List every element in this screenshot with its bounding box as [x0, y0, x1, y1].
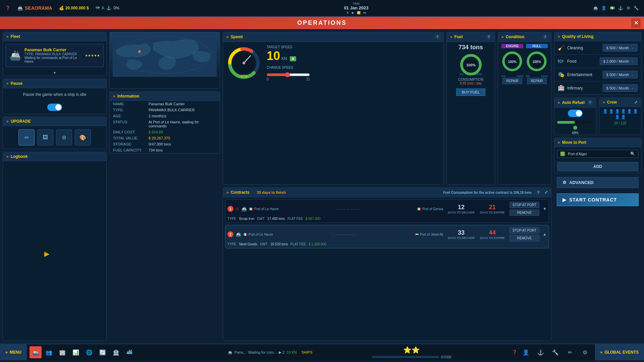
contract-1-stop-at-port[interactable]: STOP AT PORT	[509, 202, 539, 208]
contracts-help-icon[interactable]: ?	[536, 190, 541, 195]
bottom-question-icon[interactable]: ❓	[512, 350, 517, 355]
speed-2[interactable]: ▶	[352, 11, 354, 14]
nav-icon-settings2[interactable]: 🔧	[634, 6, 639, 10]
contract-1-details: TYPE Scrap Iron DWT 17.460 tons FLAT FEE…	[227, 217, 547, 221]
contract-2-remove[interactable]: REMOVE	[509, 235, 539, 241]
nav-icon-person[interactable]: 👤	[601, 6, 606, 10]
nav-pct: 0%	[113, 6, 119, 10]
contract-2-ship-icon: 🚢	[235, 232, 241, 237]
nav-icon-anchor[interactable]: ⚓	[618, 6, 623, 10]
fleet-expand-button[interactable]: ▾	[3, 70, 106, 76]
condition-help-icon[interactable]: ?	[542, 34, 548, 40]
bottom-icon-people[interactable]: 👥	[43, 346, 55, 358]
bottom-icon-ship[interactable]: 🚢	[30, 346, 42, 358]
bottom-icon-trade[interactable]: 🔄	[97, 346, 109, 358]
nav-icon-ship-count[interactable]: ⚓	[106, 6, 111, 10]
port-search-input[interactable]	[568, 152, 629, 156]
logbook-chevron-icon: »	[6, 154, 9, 159]
upgrade-settings-button[interactable]: ⚙	[56, 129, 72, 145]
nav-icon-flag[interactable]: A	[102, 6, 105, 10]
bottom-icon-city[interactable]: 🏙	[123, 346, 136, 358]
upgrade-image-button[interactable]: 🖼	[37, 129, 53, 145]
buy-fuel-button[interactable]: BUY FUEL	[456, 88, 486, 96]
info-name-row: NAME: Panamax Bulk Carrier	[110, 101, 220, 107]
speed-slider[interactable]	[267, 72, 310, 77]
ship-list-item[interactable]: 🚢 Panamax Bulk Carrier TYPE: PANAMAX BUL…	[6, 44, 104, 67]
ship-stars: ★★★★★	[85, 54, 100, 57]
advanced-button[interactable]: ⚙ ADVANCED	[557, 177, 639, 188]
contract-1-route: 🇮🇹 Port of Le Havre - - - - - → - - - - …	[249, 207, 443, 211]
bottom-right-person[interactable]: 👤	[520, 346, 532, 358]
pause-header: » Pause	[3, 79, 106, 88]
nav-icon-route[interactable]: 🗺	[96, 6, 100, 10]
contract-2-fee: $ 1.188.000	[309, 242, 326, 246]
speed-3[interactable]: ⏩	[357, 11, 361, 14]
contract-1-remove[interactable]: REMOVE	[509, 209, 539, 216]
auto-refuel-percent: 49%	[554, 131, 596, 135]
food-value-button[interactable]: $ 2.000 / Month ⌄	[600, 57, 638, 65]
bottom-right-tools[interactable]: 🔧	[549, 346, 561, 358]
auto-refuel-toggle[interactable]	[568, 110, 583, 117]
upgrade-paint-button[interactable]: 🎨	[75, 129, 91, 145]
speed-help-icon[interactable]: ?	[435, 34, 440, 40]
ships-label[interactable]: SHIPS	[302, 350, 313, 354]
nav-icon-money2[interactable]: 💵	[610, 6, 615, 10]
menu-button[interactable]: » MENU	[0, 344, 27, 360]
add-port-button[interactable]: ADD	[557, 162, 638, 171]
cleaning-chevron-icon: ⌄	[631, 46, 634, 50]
entertainment-value-button[interactable]: $ 500 / Month ⌄	[603, 71, 638, 78]
auto-refuel-help-icon[interactable]: ?	[587, 100, 593, 105]
contract-1-from: Port of Le Havre	[254, 207, 279, 211]
center-column: » Information NAME: Panamax Bulk Carrier…	[109, 32, 220, 341]
svg-text:100%: 100%	[532, 60, 541, 64]
bottom-icon-bank[interactable]: 🏦	[110, 346, 122, 358]
nav-time: TIME 01 Jan 2023 ⏸ ▶ ⏩ ⏭	[126, 2, 586, 14]
ships-speed: 10 KN	[286, 350, 297, 354]
crew-person-1: 👤	[603, 109, 608, 114]
contract-1-warning-icon: ⚠	[235, 206, 239, 211]
bottom-icon-globe[interactable]: 🌐	[83, 346, 95, 358]
global-events-button[interactable]: » GLOBAL EVENTS	[595, 344, 644, 360]
fleet-header: » Fleet	[3, 32, 106, 41]
info-status-row: STATUS: At Port of Le Havre, waiting for…	[110, 119, 220, 129]
fuel-tons-label: 734 tons	[447, 42, 495, 53]
fuel-help-icon[interactable]: ?	[486, 34, 491, 40]
ships-name: Pana...	[234, 350, 246, 354]
infirmary-value-button[interactable]: $ 500 / Month ⌄	[603, 84, 638, 92]
port-search-icon[interactable]: 🔍	[630, 152, 635, 156]
start-contract-button[interactable]: ▶ START CONTRACT	[557, 193, 639, 206]
speed-1[interactable]: ⏸	[346, 11, 349, 14]
engine-repair-button[interactable]: REPAIR	[502, 78, 522, 84]
close-button[interactable]: ✕	[631, 18, 641, 28]
contract-2-expand[interactable]: ▲	[543, 232, 547, 237]
crew-chevron-icon: »	[603, 100, 605, 105]
upgrade-edit-button[interactable]: ✏	[18, 129, 35, 145]
ships-indicator: 🚢 Pana... Waiting for com... ▶ 2 10 KN S…	[225, 350, 315, 355]
bottom-center: ⭐⭐ 0/1000	[315, 346, 508, 359]
speed-unit-label: KN	[281, 56, 287, 61]
crew-count-label: 20 / 128	[599, 121, 641, 126]
food-icon: 🍽	[558, 58, 565, 64]
nav-icon-gear[interactable]: ⚙	[627, 6, 630, 10]
crew-external-link-icon[interactable]: ⤢	[634, 100, 638, 105]
contract-2-flag-from: 🇮🇹	[243, 233, 247, 236]
cleaning-value-button[interactable]: $ 500 / Month ⌄	[603, 44, 638, 52]
auto-refuel-toggle-container	[554, 108, 596, 119]
help-icon-nav[interactable]: ❓	[5, 6, 10, 10]
bottom-right-pencil[interactable]: ✏	[564, 346, 576, 358]
bottom-right-gear[interactable]: ⚙	[579, 346, 591, 358]
contract-1-expand[interactable]: ▼	[543, 206, 547, 211]
left-column: » Fleet 🚢 Panamax Bulk Carrier TYPE: PAN…	[3, 32, 107, 341]
bottom-right-anchor[interactable]: ⚓	[535, 346, 547, 358]
entertainment-icon: 🎭	[558, 71, 565, 78]
pause-toggle[interactable]	[47, 104, 62, 111]
bottom-icon-building[interactable]: 🏢	[56, 346, 68, 358]
bottom-right-icons: ❓ 👤 ⚓ 🔧 ✏ ⚙	[508, 346, 595, 358]
nav-icon-ship[interactable]: 🚢	[593, 6, 598, 10]
hull-repair-button[interactable]: REPAIR	[527, 78, 547, 84]
contract-2-stop-at-port[interactable]: STOP AT PORT	[509, 227, 539, 234]
speed-4[interactable]: ⏭	[363, 11, 366, 14]
crew-person-8: 👤	[621, 115, 626, 119]
contracts-expand-icon[interactable]: ⤢	[544, 190, 548, 195]
bottom-icon-chart[interactable]: 📊	[70, 346, 82, 358]
